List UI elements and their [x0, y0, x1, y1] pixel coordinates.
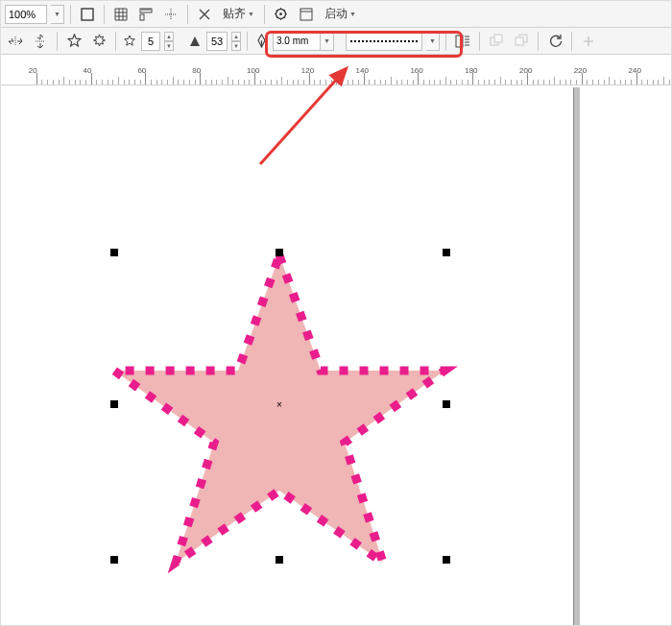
selection-handle[interactable] — [110, 556, 118, 564]
grid-icon[interactable] — [110, 4, 132, 25]
dash-preview — [350, 40, 418, 42]
options-icon[interactable] — [271, 4, 292, 25]
svg-point-4 — [279, 12, 282, 15]
star-shape[interactable] — [97, 246, 462, 591]
sharpness-input[interactable] — [206, 32, 228, 51]
star-outline-icon[interactable] — [63, 31, 84, 52]
snap-to-button[interactable]: 贴齐▼ — [219, 4, 258, 25]
points-spinner[interactable]: ▲▼ — [164, 32, 174, 51]
wrap-text-icon[interactable] — [452, 31, 473, 52]
rulers-icon[interactable] — [135, 4, 156, 25]
selection-handle[interactable] — [443, 249, 450, 256]
dash-style-dropdown[interactable]: ▼ — [426, 32, 440, 51]
launch-button[interactable]: 启动▼ — [321, 4, 360, 25]
svg-rect-10 — [516, 37, 523, 45]
points-icon — [122, 31, 137, 52]
selection-handle[interactable] — [110, 400, 118, 408]
zoom-dropdown[interactable]: ▼ — [51, 5, 64, 24]
svg-rect-5 — [300, 9, 312, 20]
stroke-width-dropdown[interactable]: ▼ — [321, 32, 334, 51]
snap-icon[interactable] — [194, 4, 215, 25]
svg-rect-0 — [82, 9, 93, 20]
horizontal-ruler: 20406080100120140160180200220240 — [1, 64, 671, 85]
svg-rect-6 — [456, 36, 463, 47]
selection-handle[interactable] — [110, 249, 118, 256]
toolbar-main: ▼ 贴齐▼ 启动▼ — [1, 1, 671, 28]
points-input[interactable] — [141, 32, 160, 51]
toolbar-properties: ▲▼ ▲▼ ▼ ▼ — [1, 28, 671, 55]
add-icon[interactable] — [578, 31, 599, 52]
sharpness-icon — [187, 31, 203, 52]
layout-icon[interactable] — [296, 4, 317, 25]
page-shadow — [574, 87, 580, 625]
launch-label: 启动 — [324, 6, 348, 22]
dash-style-select[interactable] — [346, 32, 422, 51]
pen-outline-icon — [253, 31, 269, 52]
sharpness-spinner[interactable]: ▲▼ — [231, 32, 241, 51]
selection-handle[interactable] — [443, 400, 450, 408]
guidelines-icon[interactable] — [160, 4, 181, 25]
fullscreen-icon[interactable] — [77, 4, 98, 25]
mirror-v-icon[interactable] — [30, 31, 51, 52]
snap-label: 贴齐 — [223, 6, 246, 22]
refresh-icon[interactable] — [544, 31, 565, 52]
selection-center[interactable]: × — [276, 400, 283, 408]
object-front-icon[interactable] — [486, 31, 507, 52]
svg-rect-8 — [494, 35, 502, 42]
selection-handle[interactable] — [276, 249, 283, 256]
complex-star-icon[interactable] — [88, 31, 109, 52]
canvas[interactable]: × — [1, 87, 671, 625]
selection-handle[interactable] — [443, 556, 450, 564]
stroke-width-group: ▼ — [273, 31, 334, 52]
object-back-icon[interactable] — [511, 31, 532, 52]
selection-handle[interactable] — [276, 556, 283, 564]
stroke-width-input[interactable] — [273, 32, 321, 51]
mirror-h-icon[interactable] — [5, 31, 26, 52]
svg-rect-2 — [140, 14, 144, 20]
zoom-input[interactable] — [5, 5, 47, 24]
